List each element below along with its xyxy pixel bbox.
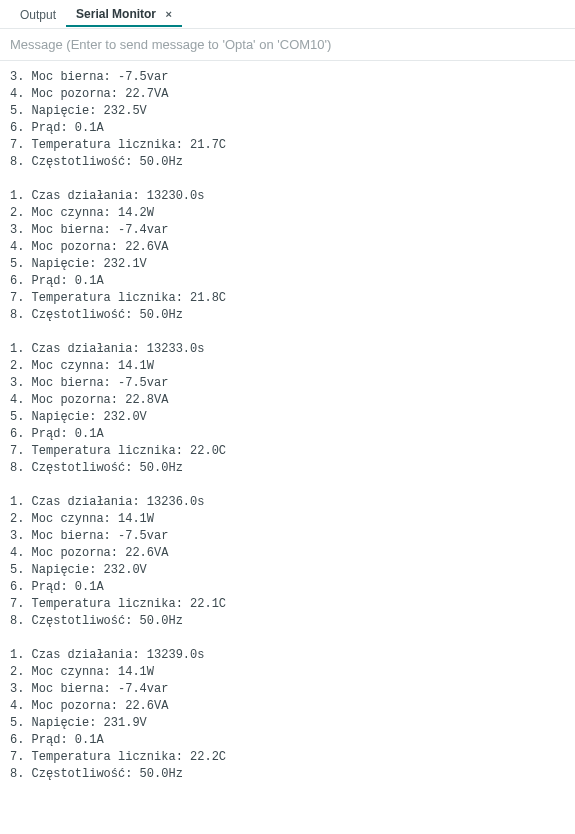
close-icon[interactable]: ×	[165, 8, 171, 20]
log-line: 6. Prąd: 0.1A	[10, 273, 565, 290]
log-line: 3. Moc bierna: -7.5var	[10, 528, 565, 545]
log-line: 4. Moc pozorna: 22.8VA	[10, 392, 565, 409]
log-line: 5. Napięcie: 232.5V	[10, 103, 565, 120]
blank-line	[10, 171, 565, 188]
log-line: 8. Częstotliwość: 50.0Hz	[10, 154, 565, 171]
serial-output: 3. Moc bierna: -7.5var4. Moc pozorna: 22…	[0, 61, 575, 833]
tab-output[interactable]: Output	[10, 2, 66, 26]
blank-line	[10, 630, 565, 647]
log-line: 2. Moc czynna: 14.2W	[10, 205, 565, 222]
log-line: 7. Temperatura licznika: 21.7C	[10, 137, 565, 154]
log-line: 6. Prąd: 0.1A	[10, 732, 565, 749]
log-line: 8. Częstotliwość: 50.0Hz	[10, 460, 565, 477]
log-line: 7. Temperatura licznika: 22.1C	[10, 596, 565, 613]
log-line: 7. Temperatura licznika: 22.2C	[10, 749, 565, 766]
log-line: 3. Moc bierna: -7.4var	[10, 681, 565, 698]
log-line: 2. Moc czynna: 14.1W	[10, 664, 565, 681]
log-line: 4. Moc pozorna: 22.6VA	[10, 545, 565, 562]
message-row	[0, 28, 575, 61]
tab-serial-label: Serial Monitor	[76, 7, 156, 21]
log-line: 4. Moc pozorna: 22.6VA	[10, 239, 565, 256]
blank-line	[10, 324, 565, 341]
log-line: 2. Moc czynna: 14.1W	[10, 511, 565, 528]
log-line: 8. Częstotliwość: 50.0Hz	[10, 613, 565, 630]
log-line: 3. Moc bierna: -7.5var	[10, 69, 565, 86]
log-line: 4. Moc pozorna: 22.6VA	[10, 698, 565, 715]
log-line: 4. Moc pozorna: 22.7VA	[10, 86, 565, 103]
log-line: 3. Moc bierna: -7.4var	[10, 222, 565, 239]
log-line: 8. Częstotliwość: 50.0Hz	[10, 307, 565, 324]
tab-output-label: Output	[20, 8, 56, 22]
log-line: 1. Czas działania: 13239.0s	[10, 647, 565, 664]
tab-serial-monitor[interactable]: Serial Monitor ×	[66, 1, 182, 27]
log-line: 6. Prąd: 0.1A	[10, 579, 565, 596]
log-line: 1. Czas działania: 13233.0s	[10, 341, 565, 358]
message-input[interactable]	[8, 33, 567, 56]
log-line: 1. Czas działania: 13236.0s	[10, 494, 565, 511]
log-line: 1. Czas działania: 13230.0s	[10, 188, 565, 205]
log-line: 2. Moc czynna: 14.1W	[10, 358, 565, 375]
log-line: 8. Częstotliwość: 50.0Hz	[10, 766, 565, 783]
log-line: 5. Napięcie: 232.0V	[10, 562, 565, 579]
blank-line	[10, 477, 565, 494]
log-line: 7. Temperatura licznika: 22.0C	[10, 443, 565, 460]
log-line: 6. Prąd: 0.1A	[10, 120, 565, 137]
log-line: 5. Napięcie: 232.0V	[10, 409, 565, 426]
tab-bar: Output Serial Monitor ×	[0, 0, 575, 28]
log-line: 6. Prąd: 0.1A	[10, 426, 565, 443]
log-line: 5. Napięcie: 231.9V	[10, 715, 565, 732]
log-line: 5. Napięcie: 232.1V	[10, 256, 565, 273]
log-line: 7. Temperatura licznika: 21.8C	[10, 290, 565, 307]
log-line: 3. Moc bierna: -7.5var	[10, 375, 565, 392]
